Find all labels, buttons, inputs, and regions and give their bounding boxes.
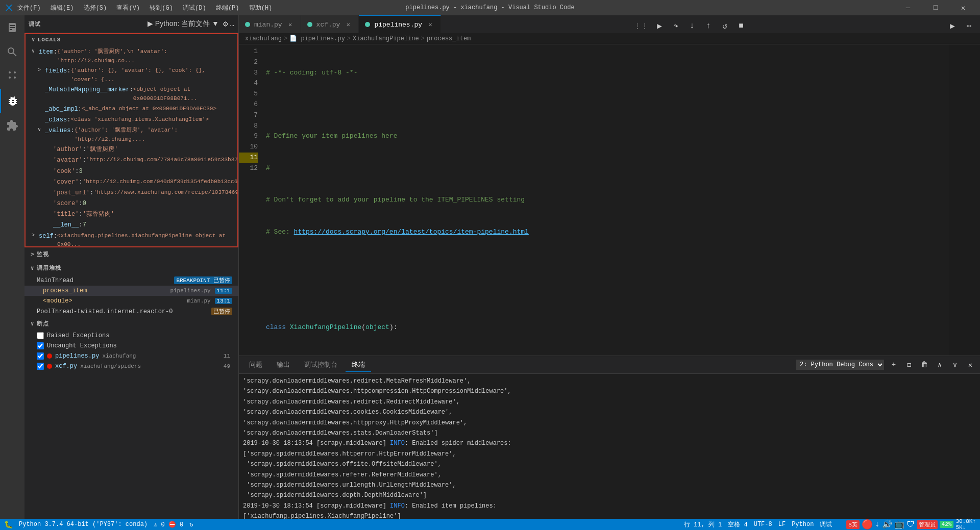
call-stack-thread[interactable]: PoolThread-twisted.internet.reactor-0 已暂…	[24, 306, 238, 317]
menu-debug[interactable]: 调试(D)	[183, 5, 206, 12]
breakpoint-pipelines[interactable]: pipelines.py xiachufang 11	[24, 351, 238, 361]
chevron-down-icon: ∨	[31, 320, 35, 327]
tree-item[interactable]: 'post_url' : 'https://www.xiachufang.com…	[26, 188, 237, 198]
call-stack-frame[interactable]: <module> mian.py 13:1	[24, 296, 238, 306]
code-line	[266, 290, 945, 301]
close-panel-button[interactable]: ✕	[965, 359, 976, 370]
status-debug-mode[interactable]: 调试	[820, 520, 832, 529]
log-line: ['scrapy.spidermiddlewares.httperror.Htt…	[243, 449, 976, 459]
call-stack-thread[interactable]: MainThread BREAKPOINT 已暂停	[24, 275, 238, 286]
menu-edit[interactable]: 编辑(E)	[51, 5, 74, 12]
watch-title: 监视	[37, 250, 49, 258]
tree-item[interactable]: ∨ _values : {'author': '飘雪厨房', 'avatar':…	[26, 125, 237, 144]
tree-item[interactable]: > fields : {'author': {}, 'avatar': {}, …	[26, 66, 237, 85]
tab-close-xcf[interactable]: ✕	[344, 20, 352, 29]
step-into-button[interactable]: ↓	[685, 19, 699, 33]
tab-xcf[interactable]: xcf.py ✕	[301, 15, 359, 33]
debug-more-icon[interactable]: …	[230, 20, 234, 28]
tree-item[interactable]: __len__ : 7	[26, 220, 237, 231]
status-encoding[interactable]: UTF-8	[754, 521, 772, 528]
breadcrumb-class[interactable]: XiachufangPipeline	[353, 35, 419, 42]
activity-extensions[interactable]	[0, 113, 24, 138]
menu-terminal[interactable]: 终端(P)	[216, 5, 239, 12]
uncaught-exceptions-checkbox[interactable]	[37, 342, 44, 349]
chevron-down-icon[interactable]: ∨	[949, 359, 961, 370]
split-editor-button[interactable]: ⋯	[962, 19, 976, 33]
locals-tree[interactable]: ∨ item : {'author': '飘雪厨房',\n 'avatar': …	[26, 45, 237, 246]
activity-search[interactable]	[0, 40, 24, 64]
pipelines-bp-checkbox[interactable]	[37, 352, 44, 360]
tab-close-pipelines[interactable]: ✕	[426, 20, 434, 29]
breakpoint-uncaught[interactable]: Uncaught Exceptions	[24, 341, 238, 351]
activity-debug[interactable]	[0, 89, 24, 113]
tab-mian[interactable]: mian.py ✕	[239, 15, 301, 33]
panel-tab-terminal[interactable]: 终端	[346, 358, 371, 372]
tree-item[interactable]: 'title' : '蒜香猪肉'	[26, 209, 237, 220]
step-out-button[interactable]: ↑	[701, 19, 716, 33]
menu-file[interactable]: 文件(F)	[17, 5, 41, 12]
code-editor[interactable]: 1 2 3 4 5 6 7 8 9 10 11 12 # -*- coding:…	[239, 44, 980, 356]
code-content[interactable]: # -*- coding: utf-8 -*- # Define your it…	[262, 44, 949, 356]
status-python-version[interactable]: Python 3.7.4 64-bit ('PY37': conda)	[19, 521, 148, 528]
tree-item[interactable]: 'author' : '飘雪厨房'	[26, 144, 237, 155]
status-debug-icon[interactable]: 🐛	[4, 520, 13, 529]
split-panel-button[interactable]: ⊟	[903, 359, 915, 370]
step-over-button[interactable]: ↷	[669, 19, 683, 33]
maximize-button[interactable]: □	[924, 0, 947, 15]
terminal-content[interactable]: 'scrapy.downloadermiddlewares.redirect.M…	[239, 374, 980, 519]
restart-button[interactable]: ↺	[718, 19, 732, 33]
call-stack-header[interactable]: ∨ 调用堆栈	[24, 261, 238, 275]
menu-help[interactable]: 帮助(H)	[249, 5, 273, 12]
run-python-button[interactable]: ▶	[945, 19, 960, 33]
panel-tab-output[interactable]: 输出	[271, 358, 296, 371]
xcf-bp-checkbox[interactable]	[37, 363, 44, 370]
close-button[interactable]: ✕	[951, 0, 975, 15]
tree-item[interactable]: 'cover' : 'http://i2.chuimg.com/040d8f39…	[26, 177, 237, 188]
breakpoints-header[interactable]: ∨ 断点	[24, 317, 238, 331]
breadcrumb-file[interactable]: 📄 pipelines.py	[289, 35, 345, 42]
tree-item[interactable]: ∨ item : {'author': '飘雪厨房',\n 'avatar': …	[26, 47, 237, 66]
status-line-col[interactable]: 行 11, 列 1	[684, 520, 722, 529]
watch-section-header[interactable]: > 监视	[24, 247, 238, 261]
run-debug-button[interactable]: ▶ Python: 当前文件 ▼	[145, 18, 221, 30]
menu-goto[interactable]: 转到(G)	[150, 5, 173, 12]
menu-select[interactable]: 选择(S)	[84, 5, 107, 12]
continue-button[interactable]: ▶	[652, 19, 667, 33]
tree-val: 'http://i2.chuimg.com/040d8f39d1354fedb0…	[83, 178, 237, 187]
panel-tab-debug-console[interactable]: 调试控制台	[298, 358, 344, 371]
tree-item[interactable]: > self : <xiachufang.pipelines.Xiachufan…	[26, 231, 237, 246]
tree-item[interactable]: 'cook' : 3	[26, 166, 237, 177]
tree-item[interactable]: _class : <class 'xiachufang.items.Xiachu…	[26, 115, 237, 125]
status-line-ending[interactable]: LF	[778, 521, 786, 528]
call-stack-frame[interactable]: process_item pipelines.py 11:1	[24, 286, 238, 296]
breakpoint-raised[interactable]: Raised Exceptions	[24, 331, 238, 341]
debug-settings-icon[interactable]: ⚙	[223, 19, 228, 29]
log-line: 'scrapy.downloadermiddlewares.httpproxy.…	[243, 418, 976, 428]
menu-view[interactable]: 查看(V)	[116, 5, 140, 12]
stop-button[interactable]: ■	[734, 19, 748, 33]
breakpoint-xcf[interactable]: xcf.py xiachufang/spiders 49	[24, 361, 238, 371]
minimize-button[interactable]: —	[896, 0, 920, 15]
tab-pipelines[interactable]: pipelines.py ✕	[359, 15, 441, 33]
tab-close-mian[interactable]: ✕	[286, 20, 295, 29]
breadcrumb-root[interactable]: xiachufang	[245, 35, 282, 42]
trash-icon[interactable]: 🗑	[919, 359, 930, 370]
tab-icon-xcf	[307, 22, 312, 27]
tree-item[interactable]: _abc_impl : <_abc_data object at 0x00000…	[26, 104, 237, 115]
breadcrumb-method[interactable]: process_item	[427, 35, 471, 42]
status-sync-icon[interactable]: ↻	[189, 521, 193, 528]
activity-explorer[interactable]	[0, 15, 24, 40]
tree-item[interactable]: 'score' : 0	[26, 198, 237, 209]
chevron-up-icon[interactable]: ∧	[934, 359, 945, 370]
tree-item[interactable]: _MutableMapping__marker : <object object…	[26, 85, 237, 104]
status-language[interactable]: Python	[792, 521, 814, 528]
status-spaces[interactable]: 空格 4	[728, 520, 747, 529]
activity-scm[interactable]	[0, 64, 24, 89]
tree-key: 'title'	[53, 210, 79, 219]
raised-exceptions-checkbox[interactable]	[37, 332, 44, 339]
add-terminal-button[interactable]: +	[888, 359, 899, 370]
terminal-select[interactable]: 2: Python Debug Cons	[796, 360, 884, 370]
panel-tab-problems[interactable]: 问题	[243, 358, 268, 371]
status-errors[interactable]: ⚠ 0 ⛔ 0	[154, 521, 183, 528]
tree-item[interactable]: 'avatar' : 'http://i2.chuimg.com/7784a6c…	[26, 155, 237, 166]
